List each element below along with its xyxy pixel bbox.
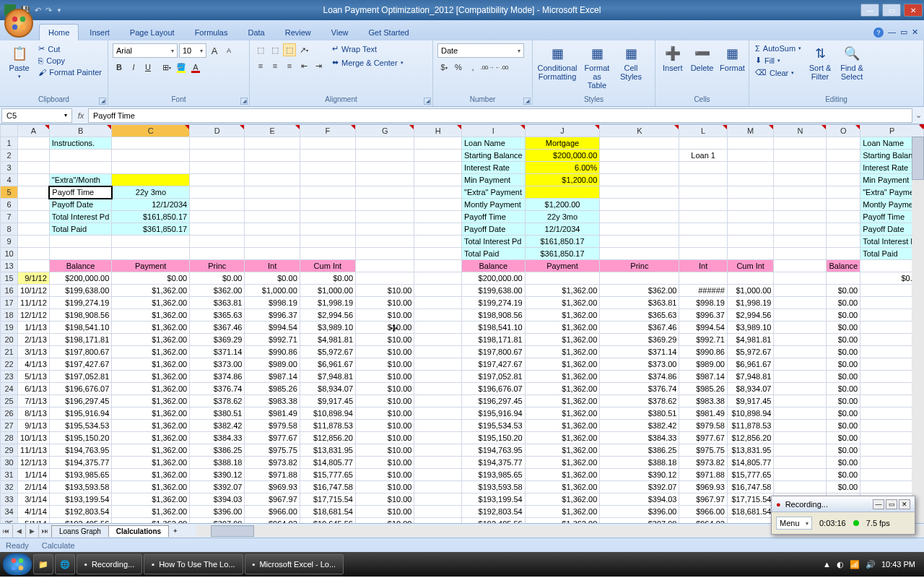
rec-max-button[interactable]: ▭ (886, 499, 897, 509)
system-tray[interactable]: ▲ ◐ 📶 🔊 10:43 PM (823, 560, 921, 569)
cell[interactable]: $1,998.19 (300, 297, 355, 309)
cell[interactable] (727, 211, 774, 223)
cell[interactable]: Interest Rate (461, 162, 525, 174)
cell[interactable] (827, 174, 860, 186)
cell[interactable]: $1,362.00 (525, 371, 600, 383)
cell[interactable]: $367.46 (600, 322, 679, 334)
cell[interactable] (774, 334, 827, 346)
maximize-button[interactable]: ▭ (882, 4, 901, 17)
cell[interactable] (356, 223, 414, 236)
comma-icon[interactable]: , (466, 61, 479, 74)
cell[interactable]: $1,362.00 (525, 322, 600, 334)
cell[interactable]: $1,362.00 (525, 285, 600, 297)
cell[interactable] (774, 371, 827, 383)
tray-icon[interactable]: ◐ (837, 560, 844, 569)
cell[interactable]: Princ (600, 260, 679, 272)
row-header[interactable]: 2 (1, 150, 18, 162)
cell[interactable]: $979.58 (679, 420, 727, 432)
cell[interactable]: $198,908.56 (49, 309, 112, 322)
cell[interactable] (356, 211, 414, 223)
cell[interactable]: $384.33 (600, 432, 679, 444)
cell[interactable]: $386.25 (190, 444, 245, 457)
cell[interactable]: Loan 1 (679, 150, 727, 162)
cell[interactable]: $1,362.00 (525, 469, 600, 481)
cell[interactable]: $964.02 (679, 518, 727, 524)
rec-menu-combo[interactable]: Menu▾ (776, 517, 812, 530)
cell[interactable]: $0.00 (827, 457, 860, 469)
alignment-launcher[interactable]: ◢ (424, 98, 431, 105)
find-select-button[interactable]: 🔍Find & Select (837, 43, 866, 82)
col-header[interactable]: N (774, 125, 827, 137)
cell[interactable] (827, 199, 860, 211)
cell[interactable] (774, 297, 827, 309)
col-header[interactable]: P (860, 125, 924, 137)
cell[interactable]: $0.00 (827, 358, 860, 371)
cell[interactable]: $1,362.00 (525, 506, 600, 518)
cell[interactable]: Payoff Time (461, 211, 525, 223)
cell[interactable]: $13,831.95 (727, 444, 774, 457)
cell[interactable]: $0.00 (827, 371, 860, 383)
cell[interactable] (414, 493, 462, 506)
row-header[interactable]: 20 (1, 334, 18, 346)
cell[interactable] (774, 444, 827, 457)
tab-get-started[interactable]: Get Started (359, 24, 418, 40)
taskbar-item[interactable]: ▪Recording... (77, 554, 142, 574)
cell[interactable]: $16,747.58 (727, 481, 774, 493)
cell[interactable]: $390.12 (600, 469, 679, 481)
cell[interactable] (774, 174, 827, 186)
cell[interactable]: $967.97 (679, 493, 727, 506)
cell[interactable] (774, 272, 827, 285)
cell[interactable]: $969.93 (679, 481, 727, 493)
cell[interactable]: $1,362.00 (525, 493, 600, 506)
cell[interactable]: $9,917.45 (300, 395, 355, 407)
row-header[interactable]: 18 (1, 309, 18, 322)
cell[interactable] (600, 211, 679, 223)
copy-button[interactable]: ⎘Copy (37, 56, 103, 66)
cell-styles-button[interactable]: ▦Cell Styles (616, 43, 645, 82)
cell[interactable] (112, 162, 190, 174)
cell[interactable]: $979.58 (245, 420, 300, 432)
cell[interactable] (827, 272, 860, 285)
format-as-table-button[interactable]: ▦Format as Table (580, 43, 614, 91)
cell[interactable]: $195,534.53 (49, 420, 112, 432)
row-header[interactable]: 4 (1, 174, 18, 186)
align-left-icon[interactable]: ≡ (254, 59, 267, 72)
cell[interactable]: $392.07 (600, 481, 679, 493)
cell[interactable]: $1,362.00 (112, 297, 190, 309)
dec-decimal-icon[interactable]: ←.00 (495, 61, 508, 74)
cell[interactable] (774, 211, 827, 223)
cell[interactable]: $1,200.00 (525, 174, 600, 186)
cell[interactable]: $0.00 (300, 272, 355, 285)
col-header[interactable]: D (190, 125, 245, 137)
cell[interactable]: $1,362.00 (112, 346, 190, 358)
conditional-formatting-button[interactable]: ▦Conditional Formatting (537, 43, 578, 82)
cell[interactable] (356, 236, 414, 248)
cell[interactable] (525, 186, 600, 199)
cell[interactable]: 10/1/12 (18, 285, 50, 297)
cell[interactable]: $4,981.81 (727, 334, 774, 346)
cell[interactable]: Balance (827, 260, 860, 272)
cell[interactable]: $0.00 (245, 272, 300, 285)
cell[interactable]: $1,362.00 (112, 469, 190, 481)
cell[interactable] (414, 211, 462, 223)
cell[interactable] (190, 162, 245, 174)
cell[interactable]: $975.75 (679, 444, 727, 457)
underline-button[interactable]: U (141, 61, 154, 74)
cell[interactable]: $966.00 (679, 506, 727, 518)
cell[interactable] (190, 199, 245, 211)
cell[interactable]: $10.00 (356, 407, 414, 420)
cut-button[interactable]: ✂Cut (37, 43, 103, 54)
cell[interactable]: $0.00 (827, 395, 860, 407)
col-header[interactable]: O (827, 125, 860, 137)
align-right-icon[interactable]: ≡ (283, 59, 296, 72)
col-header[interactable]: I (461, 125, 525, 137)
cell[interactable]: $1,362.00 (112, 371, 190, 383)
row-header[interactable]: 22 (1, 358, 18, 371)
cell[interactable] (112, 150, 190, 162)
cell[interactable] (300, 174, 355, 186)
cell[interactable]: $1,362.00 (525, 309, 600, 322)
clock[interactable]: 10:43 PM (881, 560, 915, 569)
cell[interactable] (774, 236, 827, 248)
delete-cells-button[interactable]: ➖Delete (689, 43, 716, 74)
cell[interactable]: $10.00 (356, 444, 414, 457)
